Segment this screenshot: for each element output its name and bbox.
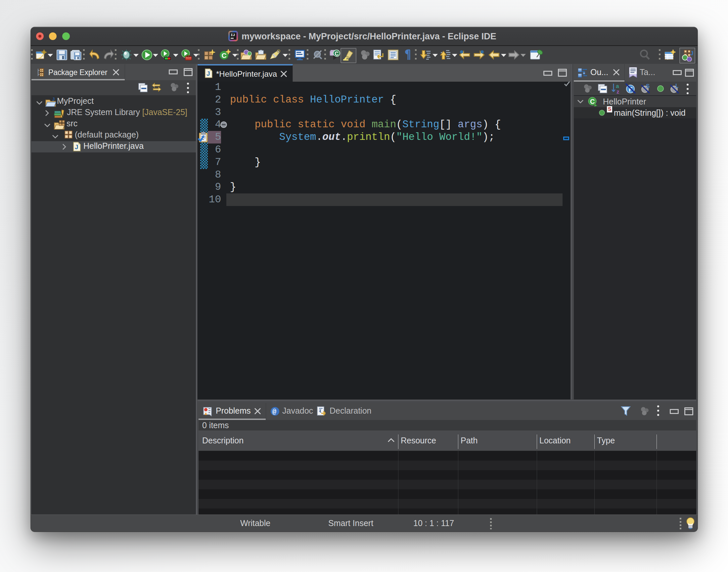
svg-text:L: L bbox=[675, 84, 679, 89]
svg-text:C: C bbox=[590, 98, 595, 105]
svg-text:z: z bbox=[616, 89, 619, 94]
svg-text:@: @ bbox=[272, 408, 276, 416]
svg-text:S: S bbox=[646, 84, 650, 89]
svg-text:IJ: IJ bbox=[231, 33, 235, 37]
svg-text:C: C bbox=[222, 52, 227, 59]
svg-text:J: J bbox=[52, 97, 55, 102]
svg-text:J: J bbox=[690, 50, 693, 57]
svg-text:C: C bbox=[335, 51, 339, 57]
svg-text:J: J bbox=[206, 70, 210, 77]
svg-text:J: J bbox=[75, 143, 78, 150]
